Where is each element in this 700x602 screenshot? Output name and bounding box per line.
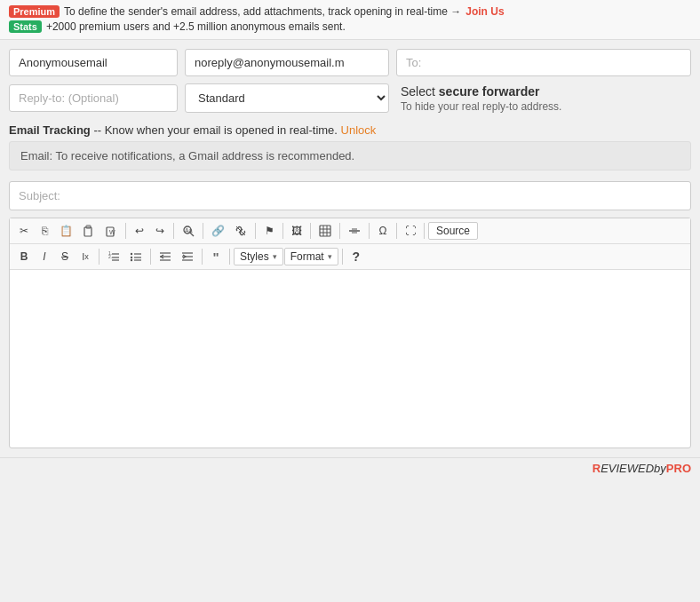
copy-button[interactable]: ⎘	[35, 221, 54, 241]
svg-point-25	[131, 257, 132, 258]
tracking-section: Email Tracking -- Know when your email i…	[9, 120, 691, 176]
from-name-input[interactable]	[9, 49, 178, 76]
svg-text:W: W	[109, 229, 115, 235]
footer-bar: REVIEWEDbyPRO	[0, 457, 700, 479]
decrease-indent-button[interactable]	[155, 247, 176, 266]
separator11	[99, 249, 99, 265]
link-button[interactable]: 🔗	[207, 221, 229, 241]
pro-text: PRO	[666, 462, 691, 475]
premium-banner-line: Premium To define the sender's email add…	[9, 5, 691, 18]
svg-point-26	[131, 259, 132, 261]
svg-text:Aa: Aa	[185, 227, 193, 234]
sf-title: Select secure forwarder	[401, 84, 691, 99]
separator14	[229, 249, 230, 265]
redo-button[interactable]: ↪	[150, 221, 170, 241]
image-button[interactable]: 🖼	[287, 221, 306, 241]
separator2	[173, 223, 174, 239]
special-chars-button[interactable]: Ω	[373, 221, 393, 241]
ordered-list-button[interactable]: 1.2.	[103, 247, 124, 266]
undo-button[interactable]: ↩	[130, 221, 149, 241]
top-banner: Premium To define the sender's email add…	[0, 0, 700, 40]
sf-desc: To hide your real reply-to address.	[401, 100, 691, 113]
subject-row	[9, 181, 691, 210]
r-logo-letter: R	[593, 462, 601, 475]
cut-button[interactable]: ✂	[14, 221, 34, 241]
tracking-label: Email Tracking -- Know when your email i…	[9, 123, 691, 137]
italic-button[interactable]: I	[35, 247, 54, 266]
premium-badge: Premium	[9, 5, 60, 18]
separator3	[203, 223, 203, 239]
separator4	[255, 223, 256, 239]
bold-button[interactable]: B	[14, 247, 34, 266]
sf-bold-text: secure forwarder	[439, 84, 540, 99]
help-button[interactable]: ?	[346, 247, 366, 266]
separator15	[342, 249, 343, 265]
by-text: by	[654, 462, 666, 475]
stats-text: +2000 premium users and +2.5 million ano…	[46, 20, 346, 33]
format-label: Format	[290, 250, 324, 263]
paste-word-button[interactable]: W	[100, 221, 122, 241]
svg-text:2.: 2.	[108, 254, 112, 259]
reviewed-text: EVIEWED	[601, 462, 654, 475]
separator5	[282, 223, 283, 239]
styles-dropdown[interactable]: Styles ▾	[234, 248, 283, 265]
svg-rect-15	[352, 232, 357, 234]
paste-button[interactable]: 📋	[55, 221, 77, 241]
editor-content-area[interactable]	[10, 270, 690, 448]
tracking-info-text: Email: To receive notifications, a Gmail…	[20, 149, 354, 162]
stats-banner-line: Stats +2000 premium users and +2.5 milli…	[9, 20, 691, 33]
remove-format-button[interactable]: Ix	[76, 247, 95, 266]
separator8	[369, 223, 370, 239]
styles-label: Styles	[240, 250, 269, 263]
format-dropdown-arrow: ▾	[328, 252, 332, 261]
svg-rect-8	[320, 226, 330, 236]
separator10	[424, 223, 425, 239]
format-dropdown[interactable]: Format ▾	[284, 248, 338, 265]
editor-wrapper: ✂ ⎘ 📋 W ↩ ↪ Aa 🔗	[9, 218, 691, 448]
separator9	[396, 223, 397, 239]
replyto-input[interactable]	[9, 84, 178, 112]
anchor-button[interactable]: ⚑	[259, 221, 279, 241]
tracking-dash: -- Know when your email is opened in rea…	[93, 123, 338, 137]
styles-dropdown-arrow: ▾	[273, 252, 277, 261]
strikethrough-button[interactable]: S	[55, 247, 75, 266]
separator6	[310, 223, 311, 239]
row-recipients	[9, 49, 691, 76]
svg-rect-14	[352, 228, 357, 230]
hline-button[interactable]	[344, 221, 365, 241]
to-input[interactable]	[396, 49, 691, 76]
join-us-link[interactable]: Join Us	[465, 5, 504, 18]
toolbar-row1: ✂ ⎘ 📋 W ↩ ↪ Aa 🔗	[10, 218, 690, 244]
tracking-info-box: Email: To receive notifications, a Gmail…	[9, 141, 691, 170]
row-replyto: Standard Select secure forwarder To hide…	[9, 83, 691, 113]
unlink-button[interactable]	[230, 221, 251, 241]
svg-point-24	[131, 253, 132, 255]
subject-input[interactable]	[9, 181, 691, 210]
main-form: Standard Select secure forwarder To hide…	[0, 40, 700, 457]
from-email-input[interactable]	[185, 49, 389, 76]
find-button[interactable]: Aa	[178, 221, 199, 241]
reviewed-by-logo: REVIEWEDbyPRO	[593, 462, 691, 475]
stats-badge: Stats	[9, 20, 42, 33]
separator7	[339, 223, 340, 239]
table-button[interactable]	[314, 221, 336, 241]
increase-indent-button[interactable]	[177, 247, 198, 266]
paste-plain-button[interactable]	[78, 221, 99, 241]
separator1	[125, 223, 126, 239]
secure-forwarder: Select secure forwarder To hide your rea…	[396, 84, 691, 113]
unordered-list-button[interactable]	[125, 247, 147, 266]
source-button[interactable]: Source	[428, 222, 478, 240]
blockquote-button[interactable]: "	[206, 247, 226, 266]
maximize-button[interactable]: ⛶	[401, 221, 420, 241]
premium-text: To define the sender's email address, ad…	[64, 5, 461, 18]
tracking-unlock-link[interactable]: Unlock	[341, 123, 377, 137]
toolbar-row2: B I S Ix 1.2. "	[10, 244, 690, 270]
standard-select[interactable]: Standard	[185, 83, 389, 113]
sf-select-text: Select	[401, 84, 435, 99]
separator13	[202, 249, 203, 265]
separator12	[150, 249, 151, 265]
tracking-title: Email Tracking	[9, 123, 91, 137]
